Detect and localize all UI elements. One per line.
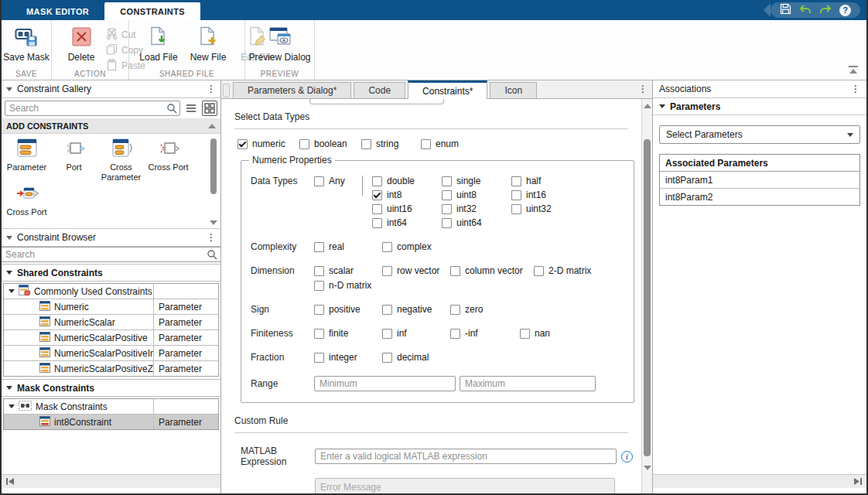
left-panel-hscrollbar[interactable] xyxy=(2,474,220,488)
tree-row-numericscalar[interactable]: NumericScalar Parameter xyxy=(4,315,218,330)
tree-root-row[interactable]: Commonly Used Constraints (R... xyxy=(4,284,218,299)
checkbox-positive[interactable]: positive xyxy=(314,304,382,315)
redo-icon[interactable] xyxy=(819,4,832,17)
kebab-menu-icon[interactable]: ⋮ xyxy=(207,84,216,94)
select-parameters-dropdown[interactable]: Select Parameters xyxy=(659,125,860,144)
checkbox-enum[interactable]: enum xyxy=(421,138,459,149)
checkbox-int64[interactable]: int64 xyxy=(372,217,442,228)
checkbox-finite[interactable]: finite xyxy=(314,328,382,339)
minimum-input[interactable] xyxy=(314,376,456,391)
checkbox-double[interactable]: double xyxy=(372,176,442,186)
checkbox-string[interactable]: string xyxy=(361,138,421,149)
checkbox-decimal[interactable]: decimal xyxy=(382,352,450,363)
parameters-section-header[interactable]: Parameters xyxy=(653,98,866,115)
gallery-scrollbar[interactable] xyxy=(208,134,219,228)
undo-icon[interactable] xyxy=(799,4,812,17)
maximum-input[interactable] xyxy=(460,376,596,391)
gallery-search-input[interactable] xyxy=(5,101,180,116)
load-file-button[interactable]: Load File xyxy=(134,23,183,66)
checkbox-boolean[interactable]: boolean xyxy=(299,138,361,149)
checkbox-int8[interactable]: int8 xyxy=(372,189,442,200)
checkbox-uint16[interactable]: uint16 xyxy=(372,203,442,214)
browser-search-input[interactable] xyxy=(2,247,220,262)
tab-icon[interactable]: Icon xyxy=(490,82,537,98)
checkbox-neg-inf[interactable]: -inf xyxy=(450,328,520,339)
checkbox-complex[interactable]: complex xyxy=(382,241,450,252)
editor-scrollbar[interactable] xyxy=(641,99,652,493)
search-icon xyxy=(166,103,177,116)
scroll-start-icon[interactable] xyxy=(5,477,15,486)
collapse-ribbon-icon[interactable] xyxy=(848,65,859,77)
checkbox-half[interactable]: half xyxy=(511,176,581,186)
checkbox-row-vector[interactable]: row vector xyxy=(382,265,450,276)
kebab-menu-icon[interactable]: ⋮ xyxy=(851,84,860,94)
tree-node-label: NumericScalar xyxy=(54,317,115,328)
scroll-end-icon[interactable] xyxy=(853,477,863,486)
shared-constraints-header[interactable]: Shared Constraints xyxy=(2,264,220,282)
divider xyxy=(234,432,628,433)
checkbox-numeric[interactable]: numeric xyxy=(238,138,299,149)
gallery-item-cross-port-2[interactable]: Cross Port xyxy=(3,182,50,217)
checkbox-int32[interactable]: int32 xyxy=(442,203,511,214)
tab-constraints-editor[interactable]: Constraints* xyxy=(408,80,487,99)
tree-row-numericscalarpositive[interactable]: NumericScalarPositive Parameter xyxy=(4,330,218,346)
scroll-down-icon[interactable] xyxy=(644,466,651,470)
tree-row-numericscalarpositivezero[interactable]: NumericScalarPositiveZero Parameter xyxy=(4,361,218,376)
right-panel-hscrollbar[interactable] xyxy=(653,474,866,488)
matlab-expression-input[interactable] xyxy=(315,449,617,464)
save-icon[interactable] xyxy=(780,3,791,17)
checkbox-scalar[interactable]: scalar xyxy=(314,265,382,276)
checkbox-zero[interactable]: zero xyxy=(450,304,518,315)
kebab-menu-icon[interactable]: ⋮ xyxy=(638,84,648,94)
new-file-button[interactable]: New File xyxy=(183,23,233,66)
checkbox-column-vector[interactable]: column vector xyxy=(450,265,534,276)
collapse-icon[interactable] xyxy=(6,87,12,91)
checkbox-int16[interactable]: int16 xyxy=(511,189,581,200)
tab-code[interactable]: Code xyxy=(354,82,405,98)
delete-button[interactable]: Delete xyxy=(56,23,106,66)
tree-row-numeric[interactable]: Numeric Parameter xyxy=(4,299,218,315)
checkbox-nan[interactable]: nan xyxy=(520,328,588,339)
checkbox-box xyxy=(372,204,382,214)
checkbox-single[interactable]: single xyxy=(442,176,511,186)
save-mask-button[interactable]: Save Mask xyxy=(2,23,51,66)
tab-parameters-dialog[interactable]: Parameters & Dialog* xyxy=(233,82,351,98)
mask-constraints-header[interactable]: Mask Constraints xyxy=(2,379,220,397)
checkbox-inf[interactable]: inf xyxy=(382,328,450,339)
tab-constraints[interactable]: CONSTRAINTS xyxy=(104,2,200,20)
gallery-item-cross-port[interactable]: Cross Port xyxy=(145,137,192,182)
table-row[interactable]: int8Param2 xyxy=(660,189,859,205)
checkbox-2d-matrix[interactable]: 2-D matrix xyxy=(534,265,591,276)
table-row[interactable]: int8Param1 xyxy=(660,172,859,189)
tree-row-int8constraint[interactable]: int8Constraint Parameter xyxy=(4,415,218,429)
expander-icon[interactable] xyxy=(9,289,15,293)
gallery-item-parameter[interactable]: Parameter xyxy=(3,137,50,182)
tree-root-row[interactable]: Mask Constraints xyxy=(4,399,218,415)
checkbox-nd-matrix[interactable]: n-D matrix xyxy=(314,280,591,291)
help-icon[interactable]: ? xyxy=(839,5,851,16)
collapse-icon[interactable] xyxy=(6,236,12,240)
chevron-left-icon[interactable] xyxy=(764,3,771,17)
drag-grip-icon[interactable] xyxy=(223,84,230,97)
list-view-button[interactable] xyxy=(183,101,199,116)
checkbox-uint8[interactable]: uint8 xyxy=(442,189,511,200)
checkbox-real[interactable]: real xyxy=(314,241,382,252)
tab-mask-editor[interactable]: MASK EDITOR xyxy=(11,3,104,20)
info-icon[interactable]: i xyxy=(621,451,633,463)
error-message-textarea[interactable] xyxy=(315,478,615,493)
checkbox-uint32[interactable]: uint32 xyxy=(511,203,581,214)
checkbox-negative[interactable]: negative xyxy=(382,304,450,315)
grid-view-button[interactable] xyxy=(202,101,217,116)
checkbox-any[interactable]: Any xyxy=(314,176,362,186)
preview-dialog-button[interactable]: Preview Dialog xyxy=(250,23,309,66)
scroll-down-icon[interactable] xyxy=(210,220,217,225)
kebab-menu-icon[interactable]: ⋮ xyxy=(207,233,216,242)
expander-icon[interactable] xyxy=(9,405,15,408)
checkbox-uint64[interactable]: uint64 xyxy=(442,217,511,228)
scroll-up-icon[interactable] xyxy=(208,124,216,128)
gallery-item-port[interactable]: Port xyxy=(50,137,97,182)
checkbox-integer[interactable]: integer xyxy=(314,352,382,363)
gallery-item-cross-parameter[interactable]: Cross Parameter xyxy=(97,137,145,182)
tree-row-numericscalarpositiveinteger[interactable]: NumericScalarPositiveInteger Parameter xyxy=(4,346,218,361)
scroll-up-icon[interactable] xyxy=(644,104,651,108)
